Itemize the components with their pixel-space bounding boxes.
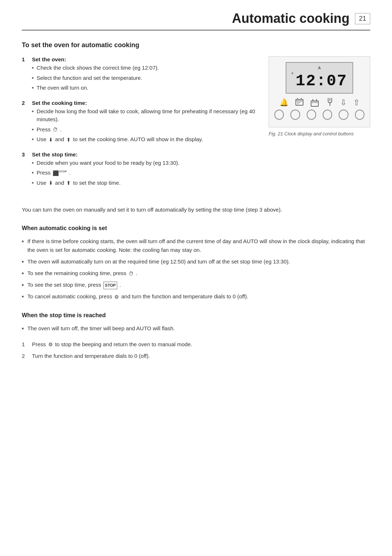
up-button-icon: ⇧ xyxy=(353,98,360,108)
up-arrow-icon-inline: ⬆ xyxy=(66,136,71,144)
section2-heading: When automatic cooking is set xyxy=(22,225,370,232)
step-3-bullet-3: Use ⬇ and ⬆ to set the stop time. xyxy=(32,179,258,187)
section3-divider: When the stop time is reached The oven w… xyxy=(22,312,370,360)
circle-3 xyxy=(307,110,316,120)
clock-display-row: A⁰ 12:07 xyxy=(274,62,364,94)
circle-6 xyxy=(355,110,364,120)
section2-bullet-3: To see the remaining cooking time, press… xyxy=(22,269,370,278)
section3-intro-bullet: The oven will turn off, the timer will b… xyxy=(22,324,370,333)
cancel-icon-s2: ⚙ xyxy=(114,293,119,301)
cancel-icon-s3: ⚙ xyxy=(48,340,53,348)
cooking-time-button-icon xyxy=(295,98,304,108)
svg-text:STOP: STOP xyxy=(312,101,318,103)
circle-4 xyxy=(323,110,332,120)
step-3-bullet-2: Press ⬛STOP . xyxy=(32,169,258,177)
step-2-bullet-3: Use ⬇ and ⬆ to set the cooking time. AUT… xyxy=(32,135,258,144)
section3-step-1: 1 Press ⚙ to stop the beeping and return… xyxy=(22,340,370,349)
section3-step-1-number: 1 xyxy=(22,340,28,349)
step-1-bullet-1: Check the clock shows the correct time (… xyxy=(32,64,258,72)
down-arrow-icon-inline: ⬇ xyxy=(49,136,53,144)
section2-bullets: If there is time before cooking starts, … xyxy=(22,237,370,301)
step-2-bullets: Decide how long the food will take to co… xyxy=(32,107,258,144)
section3-steps: 1 Press ⚙ to stop the beeping and return… xyxy=(22,340,370,360)
instructions-column: 1 Set the oven: Check the clock shows th… xyxy=(22,56,258,195)
section2-bullet-1: If there is time before cooking starts, … xyxy=(22,237,370,254)
alarm-icon: 🔔 xyxy=(279,98,289,108)
down-button-icon: ⇩ xyxy=(340,98,347,108)
step-3-title: Set the stop time: xyxy=(32,151,258,158)
step-2-bullet-2: Press ⏱ . xyxy=(32,126,258,134)
section3-step-2: 2 Turn the function and temperature dial… xyxy=(22,352,370,360)
cooking-time-icon-s2: ⏱ xyxy=(128,270,134,278)
step-1-bullet-2: Select the function and set the temperat… xyxy=(32,74,258,82)
step-2: 2 Set the cooking time: Decide how long … xyxy=(22,100,258,146)
section2-bullet-2: The oven will automatically turn on at t… xyxy=(22,257,370,266)
step-1-bullet-3: The oven will turn on. xyxy=(32,84,258,92)
section3-heading: When the stop time is reached xyxy=(22,312,370,319)
manual-button-icon xyxy=(326,98,334,108)
step-3-number: 3 xyxy=(22,151,28,189)
page-number: 21 xyxy=(355,13,370,24)
info-paragraph: You can turn the oven on manually and se… xyxy=(22,205,370,214)
circle-5 xyxy=(339,110,348,120)
step-3-bullet-1: Decide when you want your food to be rea… xyxy=(32,159,258,167)
section3-intro-bullets: The oven will turn off, the timer will b… xyxy=(22,324,370,333)
step-2-content: Set the cooking time: Decide how long th… xyxy=(32,100,258,146)
step-3: 3 Set the stop time: Decide when you wan… xyxy=(22,151,258,189)
step-2-title: Set the cooking time: xyxy=(32,100,258,106)
control-button-circles xyxy=(274,110,364,120)
step-3-content: Set the stop time: Decide when you want … xyxy=(32,151,258,189)
stop-icon-s2: STOP xyxy=(103,282,117,290)
step-2-bullet-1: Decide how long the food will take to co… xyxy=(32,107,258,124)
section2-bullet-5: To cancel automatic cooking, press ⚙ and… xyxy=(22,292,370,301)
clock-display: A⁰ 12:07 xyxy=(286,62,353,94)
control-buttons-icons: 🔔 xyxy=(274,98,364,108)
cooking-time-icon-inline: ⏱ xyxy=(53,126,58,134)
figure-column: A⁰ 12:07 🔔 xyxy=(269,56,370,195)
step-1-number: 1 xyxy=(22,56,28,94)
step-2-number: 2 xyxy=(22,100,28,146)
step-3-bullets: Decide when you want your food to be rea… xyxy=(32,159,258,187)
circle-2 xyxy=(290,110,300,120)
step-1: 1 Set the oven: Check the clock shows th… xyxy=(22,56,258,94)
section1-heading: To set the oven for automatic cooking xyxy=(22,41,370,49)
clock-time: 12:07 xyxy=(296,72,347,90)
page-container: Automatic cooking 21 To set the oven for… xyxy=(0,0,392,556)
figure-caption: Fig. 21 Clock display and control button… xyxy=(269,131,370,136)
stop-icon-inline-1: ⬛STOP xyxy=(53,169,67,177)
step-1-bullets: Check the clock shows the correct time (… xyxy=(32,64,258,92)
down-arrow-icon-inline-2: ⬇ xyxy=(49,179,53,187)
circle-1 xyxy=(274,110,284,120)
section2-bullet-4: To see the set stop time, press STOP . xyxy=(22,281,370,289)
section2-divider: When automatic cooking is set If there i… xyxy=(22,225,370,301)
page-title: Automatic cooking xyxy=(232,11,350,26)
clock-box: A⁰ 12:07 🔔 xyxy=(269,56,370,127)
stop-button-icon: STOP xyxy=(310,98,320,108)
two-column-layout: 1 Set the oven: Check the clock shows th… xyxy=(22,56,370,195)
page-header: Automatic cooking 21 xyxy=(22,11,370,30)
step-1-content: Set the oven: Check the clock shows the … xyxy=(32,56,258,94)
step-1-title: Set the oven: xyxy=(32,56,258,62)
up-arrow-icon-inline-2: ⬆ xyxy=(66,179,71,187)
section3-step-2-number: 2 xyxy=(22,352,28,360)
